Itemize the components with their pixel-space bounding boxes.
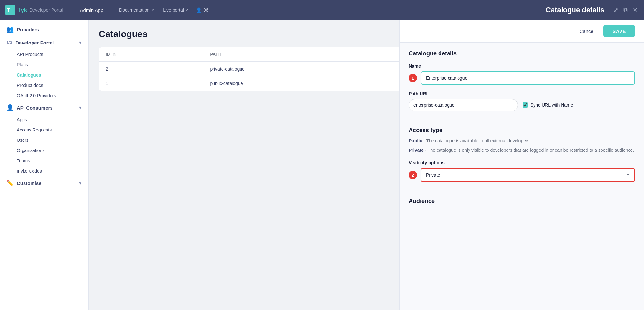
- private-desc: Private - The catalogue is only visible …: [409, 147, 635, 154]
- window-controls: ⤢ ⧉ ✕: [612, 5, 639, 15]
- nav-divider-2: [110, 5, 110, 15]
- close-icon[interactable]: ✕: [631, 5, 639, 15]
- developer-portal-icon: 🗂: [6, 39, 12, 46]
- cell-path: private-catalogue: [204, 62, 416, 76]
- app-name: Admin App: [80, 7, 103, 13]
- cell-path: public-catalogue: [204, 76, 416, 91]
- panel-nav-title: Catalogue details: [546, 6, 604, 14]
- sync-url-label: Sync URL with Name: [530, 102, 573, 108]
- col-header-id[interactable]: ID ⇅: [99, 47, 204, 62]
- live-portal-link[interactable]: Live portal ↗: [160, 6, 191, 14]
- path-url-row: Sync URL with Name: [409, 99, 635, 111]
- sidebar-item-teams[interactable]: Teams: [0, 156, 88, 166]
- path-url-label: Path URL: [409, 91, 635, 96]
- sidebar: 👥 Providers 🗂 Developer Portal ∨ API Pro…: [0, 20, 89, 310]
- name-label: Name: [409, 63, 635, 69]
- brand-name: Tyk: [17, 7, 27, 14]
- section-divider-2: [409, 190, 635, 190]
- ext-icon-doc: ↗: [151, 8, 154, 12]
- audience-section: Audience: [409, 198, 635, 205]
- step-badge-2: 2: [409, 171, 417, 179]
- api-consumers-icon: 👤: [6, 104, 14, 111]
- sidebar-item-developer-portal[interactable]: 🗂 Developer Portal ∨: [0, 36, 88, 49]
- name-field-group: Name 1: [409, 63, 635, 85]
- cell-id: 2: [99, 62, 204, 76]
- sort-icon-id: ⇅: [113, 52, 116, 57]
- private-bold: Private: [409, 148, 424, 153]
- sidebar-item-providers[interactable]: 👥 Providers: [0, 23, 88, 36]
- logo[interactable]: T Tyk Developer Portal: [5, 5, 63, 15]
- catalogue-details-title: Catalogue details: [409, 50, 635, 57]
- access-type-title: Access type: [409, 127, 635, 134]
- content-area: Catalogues ID ⇅ PATH: [89, 20, 644, 310]
- visibility-field-group: Visibility options 2 PublicPrivate: [409, 160, 635, 182]
- sync-url-checkbox[interactable]: [523, 102, 528, 108]
- sidebar-item-product-docs[interactable]: Product docs: [0, 80, 88, 91]
- svg-text:T: T: [7, 7, 10, 14]
- public-desc: Public - The catalogue is available to a…: [409, 138, 635, 144]
- section-divider-1: [409, 119, 635, 119]
- customise-icon: ✏️: [6, 179, 14, 187]
- sync-url-row: Sync URL with Name: [523, 102, 573, 108]
- add-catalogues-panel: Cancel SAVE Catalogue details Name 1: [399, 20, 644, 310]
- panel-actions: Cancel SAVE: [400, 20, 644, 43]
- visibility-select-row: 2 PublicPrivate: [409, 168, 635, 182]
- panel-content: Catalogue details Name 1 Path URL: [400, 43, 644, 219]
- access-type-section: Access type Public - The catalogue is av…: [409, 127, 635, 154]
- documentation-link[interactable]: Documentation ↗: [117, 6, 156, 14]
- tyk-logo-icon: T: [5, 5, 15, 15]
- path-url-field-group: Path URL Sync URL with Name: [409, 91, 635, 111]
- developer-portal-chevron: ∨: [79, 40, 82, 45]
- sidebar-item-organisations[interactable]: Organisations: [0, 145, 88, 156]
- sidebar-item-api-consumers[interactable]: 👤 API Consumers ∨: [0, 101, 88, 114]
- sidebar-item-apps[interactable]: Apps: [0, 114, 88, 125]
- cancel-button[interactable]: Cancel: [574, 26, 600, 36]
- sidebar-item-users[interactable]: Users: [0, 135, 88, 145]
- save-button[interactable]: SAVE: [603, 25, 635, 37]
- visibility-select[interactable]: PublicPrivate: [421, 168, 635, 182]
- providers-icon: 👥: [6, 26, 14, 33]
- name-input[interactable]: [421, 71, 635, 85]
- path-url-input[interactable]: [409, 99, 518, 111]
- sidebar-item-plans[interactable]: Plans: [0, 60, 88, 70]
- user-count: 06: [204, 7, 209, 13]
- nav-divider-1: [71, 5, 71, 15]
- customise-chevron: ∨: [79, 181, 82, 186]
- user-info[interactable]: 👤 06: [196, 7, 209, 13]
- sidebar-item-api-products[interactable]: API Products: [0, 49, 88, 60]
- portal-label: Developer Portal: [29, 7, 63, 13]
- top-navigation: T Tyk Developer Portal Admin App Documen…: [0, 0, 644, 20]
- sidebar-item-oauth[interactable]: OAuth2.0 Providers: [0, 91, 88, 101]
- ext-icon-portal: ↗: [185, 8, 188, 12]
- step-badge-1: 1: [409, 74, 417, 82]
- col-header-path[interactable]: PATH: [204, 47, 416, 62]
- audience-title: Audience: [409, 198, 635, 205]
- public-bold: Public: [409, 138, 422, 143]
- cell-id: 1: [99, 76, 204, 91]
- sidebar-item-catalogues[interactable]: Catalogues: [0, 70, 88, 80]
- sidebar-item-access-requests[interactable]: Access Requests: [0, 125, 88, 135]
- sidebar-item-invite-codes[interactable]: Invite Codes: [0, 166, 88, 176]
- api-consumers-chevron: ∨: [79, 105, 82, 110]
- visibility-label: Visibility options: [409, 160, 635, 165]
- user-icon: 👤: [196, 7, 202, 13]
- expand-icon[interactable]: ⤢: [612, 5, 620, 15]
- resize-icon[interactable]: ⧉: [622, 5, 629, 15]
- sidebar-item-customise[interactable]: ✏️ Customise ∨: [0, 176, 88, 190]
